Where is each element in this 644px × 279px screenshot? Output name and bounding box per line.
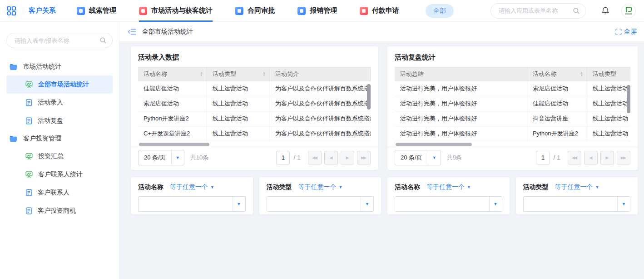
tab-lead-management[interactable]: 线索管理 xyxy=(77,0,116,22)
app-search-input[interactable] xyxy=(498,7,573,15)
table-cell[interactable]: 线上运营活动 xyxy=(207,126,270,141)
fullscreen-button[interactable]: 全屏 xyxy=(615,28,637,36)
tab-payment-request[interactable]: 付款申请 xyxy=(360,0,399,22)
apps-grid-icon[interactable] xyxy=(6,6,16,16)
table-cell[interactable]: 线上运营活动 xyxy=(587,111,630,126)
column-label: 活动简介 xyxy=(275,70,299,78)
table-cell[interactable]: 线上运营活动 xyxy=(207,111,270,126)
notifications-bell-icon[interactable] xyxy=(601,6,609,15)
next-page-button[interactable]: ▶ xyxy=(341,151,354,164)
sidebar-item-activity-entry[interactable]: 活动录入 xyxy=(6,94,113,112)
tab-marketing-activity-stats[interactable]: 市场活动与获客统计 xyxy=(139,0,213,22)
sort-icon[interactable]: ▲▼ xyxy=(197,71,203,77)
table-cell[interactable]: 线上运营活动 xyxy=(587,81,630,96)
prev-page-button[interactable]: ◀ xyxy=(324,151,338,164)
table-cell[interactable]: 为客户以及合作伙伴讲解百数系统搭建 xyxy=(270,81,371,96)
filter-operator-dropdown[interactable]: 等于任意一个▼ xyxy=(426,183,471,191)
horizontal-scrollbar-thumb[interactable] xyxy=(139,143,209,146)
table-cell[interactable]: 线上运营活动 xyxy=(587,96,630,111)
table-cell[interactable]: 索尼店促活动 xyxy=(527,81,587,96)
first-page-button[interactable]: ◀◀ xyxy=(308,151,322,164)
user-avatar[interactable] xyxy=(621,4,636,18)
sort-icon[interactable]: ▲▼ xyxy=(577,71,583,77)
vertical-scrollbar-thumb[interactable] xyxy=(367,84,371,110)
page-size-select[interactable]: 20 条/页 ▼ xyxy=(138,150,184,165)
filter-value-select[interactable]: ▼ xyxy=(267,196,374,212)
filter-operator-dropdown[interactable]: 等于任意一个▼ xyxy=(555,183,599,191)
table-cell[interactable]: 活动进行完美，用户体验很好 xyxy=(395,96,527,111)
column-header[interactable]: 活动类型 xyxy=(587,67,630,81)
column-header[interactable]: 活动类型▲▼ xyxy=(207,67,270,81)
table-cell[interactable]: 活动进行完美，用户体验很好 xyxy=(395,81,527,96)
form-search-input[interactable] xyxy=(14,37,99,45)
folder-icon xyxy=(10,135,17,142)
table-cell[interactable]: 索尼店促活动 xyxy=(138,96,207,111)
current-app-title[interactable]: 客户关系 xyxy=(29,6,56,15)
collapse-sidebar-icon[interactable] xyxy=(128,28,136,35)
filter-value-select[interactable]: ▼ xyxy=(523,196,631,212)
horizontal-scrollbar[interactable] xyxy=(138,142,371,147)
table-cell[interactable]: 佳能店促活动 xyxy=(138,81,207,96)
sort-icon[interactable]: ▲▼ xyxy=(260,71,266,77)
form-icon xyxy=(25,189,32,196)
table-cell[interactable]: 为客户以及合作伙伴讲解百数系统搭建 xyxy=(270,126,371,141)
table-cell[interactable]: 线上运营活动 xyxy=(207,81,270,96)
table-cell[interactable]: Python开发讲座2 xyxy=(138,111,207,126)
search-icon[interactable] xyxy=(573,7,580,15)
table-cell[interactable]: 线上运营活动 xyxy=(587,126,630,141)
next-page-button[interactable]: ▶ xyxy=(600,151,614,164)
sidebar-group-marketing-stats[interactable]: 市场活动统计 xyxy=(6,58,113,75)
vertical-scrollbar-thumb[interactable] xyxy=(627,85,630,113)
chevron-down-icon[interactable]: ▼ xyxy=(428,150,441,165)
chevron-down-icon[interactable]: ▼ xyxy=(489,197,502,211)
column-header[interactable]: 活动简介 xyxy=(270,67,371,81)
sidebar-item-investment-summary[interactable]: 投资汇总 xyxy=(6,147,113,165)
report-icon xyxy=(25,153,33,160)
table-cell[interactable]: 佳能店促活动 xyxy=(527,96,587,111)
app-search-box[interactable] xyxy=(490,3,586,19)
page-size-select[interactable]: 20 条/页 ▼ xyxy=(395,150,441,165)
table-cell[interactable]: Python开发讲座2 xyxy=(527,126,587,141)
table-cell[interactable]: 抖音运营讲座 xyxy=(527,111,587,126)
column-header[interactable]: 活动名称▲▼ xyxy=(527,67,587,81)
chevron-down-icon[interactable]: ▼ xyxy=(361,197,373,211)
table-cell[interactable]: 线上运营活动 xyxy=(207,96,270,111)
chevron-down-icon[interactable]: ▼ xyxy=(617,197,630,211)
sidebar-item-contact-stats[interactable]: 客户联系人统计 xyxy=(6,165,113,184)
form-icon xyxy=(25,99,32,106)
chevron-down-icon[interactable]: ▼ xyxy=(171,150,184,165)
table-cell[interactable]: 为客户以及合作伙伴讲解百数系统搭建 xyxy=(270,111,371,126)
column-header[interactable]: 活动名称▲▼ xyxy=(138,67,207,81)
column-header[interactable]: 活动总结 xyxy=(395,67,527,81)
horizontal-scrollbar-thumb[interactable] xyxy=(396,143,472,146)
first-page-button[interactable]: ◀◀ xyxy=(568,151,581,164)
table-cell[interactable]: 活动进行完美，用户体验很好 xyxy=(395,126,527,141)
tab-contract-approval[interactable]: 合同审批 xyxy=(235,0,275,22)
filter-value-select[interactable]: ▼ xyxy=(138,196,246,212)
sidebar-item-activity-review[interactable]: 活动复盘 xyxy=(6,112,113,130)
last-page-button[interactable]: ▶▶ xyxy=(357,151,371,164)
sidebar-item-all-marketing-stats[interactable]: 全部市场活动统计 xyxy=(6,75,113,94)
chevron-down-icon[interactable]: ▼ xyxy=(233,197,245,211)
sidebar-item-investment-opportunity[interactable]: 客户投资商机 xyxy=(6,202,113,220)
sidebar-group-customer-investment[interactable]: 客户投资管理 xyxy=(6,130,113,147)
all-apps-button[interactable]: 全部 xyxy=(426,4,454,18)
page-number-input[interactable] xyxy=(276,151,290,164)
table-cell[interactable]: C+开发课堂讲座2 xyxy=(138,126,207,141)
filter-operator-dropdown[interactable]: 等于任意一个▼ xyxy=(170,183,214,191)
filter-operator-dropdown[interactable]: 等于任意一个▼ xyxy=(298,183,343,191)
search-icon[interactable] xyxy=(99,37,107,44)
table-cell[interactable]: 活动进行完美，用户体验很好 xyxy=(395,111,527,126)
item-label: 客户联系人 xyxy=(38,189,69,197)
filter-value-select[interactable]: ▼ xyxy=(395,196,502,212)
group-label: 客户投资管理 xyxy=(23,135,61,143)
last-page-button[interactable]: ▶▶ xyxy=(617,151,630,164)
sidebar-item-customer-contacts[interactable]: 客户联系人 xyxy=(6,184,113,202)
horizontal-scrollbar[interactable] xyxy=(395,142,630,147)
table-cell[interactable]: 为客户以及合作伙伴讲解百数系统搭建 xyxy=(270,96,371,111)
item-label: 客户联系人统计 xyxy=(38,170,83,179)
page-number-input[interactable] xyxy=(536,151,550,164)
tab-expense-management[interactable]: 报销管理 xyxy=(297,0,337,22)
prev-page-button[interactable]: ◀ xyxy=(584,151,598,164)
form-search-box[interactable] xyxy=(6,33,113,48)
